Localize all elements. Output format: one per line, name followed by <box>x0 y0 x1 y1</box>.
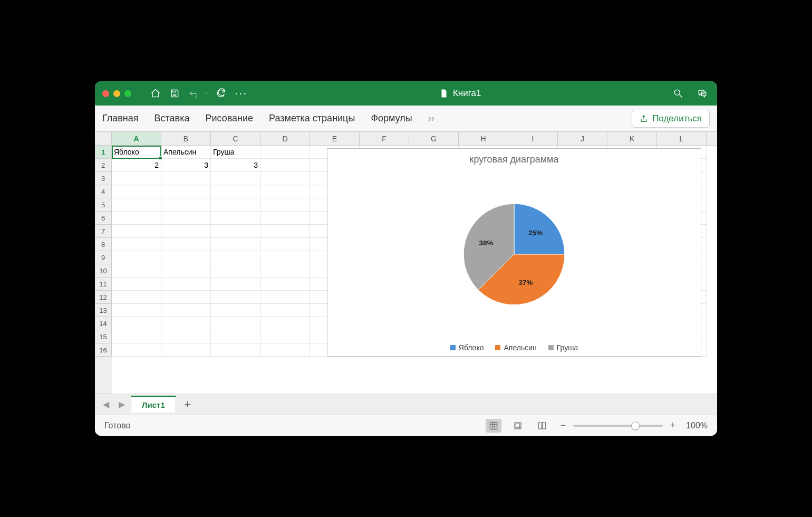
column-header-H[interactable]: H <box>459 132 508 145</box>
save-icon[interactable] <box>167 86 182 101</box>
cell-A3[interactable] <box>112 172 161 185</box>
share-button[interactable]: Поделиться <box>632 110 710 128</box>
zoom-out-button[interactable]: − <box>558 420 568 431</box>
pie-chart[interactable]: круговая диаграмма 25%37%38% ЯблокоАпель… <box>327 148 701 357</box>
row-header-9[interactable]: 9 <box>95 251 112 264</box>
cell-A1[interactable]: Яблоко <box>112 146 161 159</box>
row-header-14[interactable]: 14 <box>95 317 112 330</box>
select-all-corner[interactable] <box>95 132 112 145</box>
cell-B13[interactable] <box>161 304 211 317</box>
cell-C3[interactable] <box>211 172 260 185</box>
cell-C9[interactable] <box>211 251 260 264</box>
column-header-A[interactable]: A <box>112 132 161 145</box>
cell-C5[interactable] <box>211 198 260 212</box>
tab-draw[interactable]: Рисование <box>205 113 253 124</box>
cell-C8[interactable] <box>211 238 260 251</box>
cell-B5[interactable] <box>161 198 211 212</box>
cell-A10[interactable] <box>112 264 161 277</box>
row-header-2[interactable]: 2 <box>95 159 112 172</box>
column-header-I[interactable]: I <box>508 132 558 145</box>
cell-D7[interactable] <box>260 225 310 238</box>
cell-D11[interactable] <box>260 277 310 291</box>
cell-A8[interactable] <box>112 238 161 251</box>
cell-D3[interactable] <box>260 172 310 185</box>
cell-A11[interactable] <box>112 277 161 291</box>
sheet-nav-prev[interactable]: ◀ <box>99 398 113 411</box>
column-header-D[interactable]: D <box>260 132 310 145</box>
view-normal-button[interactable] <box>486 419 501 433</box>
more-tabs-icon[interactable]: ›› <box>428 113 434 124</box>
sheet-tab-active[interactable]: Лист1 <box>131 396 176 413</box>
cell-B1[interactable]: Апельсин <box>161 146 211 159</box>
row-header-1[interactable]: 1 <box>95 146 112 159</box>
row-header-8[interactable]: 8 <box>95 238 112 251</box>
cell-D10[interactable] <box>260 264 310 277</box>
cell-C14[interactable] <box>211 317 260 330</box>
cell-D16[interactable] <box>260 343 310 357</box>
search-icon[interactable] <box>671 86 685 101</box>
row-header-4[interactable]: 4 <box>95 185 112 198</box>
zoom-in-button[interactable]: + <box>668 420 678 431</box>
cell-A4[interactable] <box>112 185 161 198</box>
minimize-window-button[interactable] <box>113 90 120 97</box>
cell-B4[interactable] <box>161 185 211 198</box>
cell-D5[interactable] <box>260 198 310 212</box>
comments-icon[interactable] <box>695 86 710 101</box>
row-header-15[interactable]: 15 <box>95 330 112 343</box>
maximize-window-button[interactable] <box>124 90 131 97</box>
row-header-10[interactable]: 10 <box>95 264 112 277</box>
redo-icon[interactable] <box>214 86 228 101</box>
view-page-layout-button[interactable] <box>510 419 526 433</box>
cell-B2[interactable]: 3 <box>161 159 211 172</box>
cell-A14[interactable] <box>112 317 161 330</box>
cell-C16[interactable] <box>211 343 260 357</box>
close-window-button[interactable] <box>102 90 109 97</box>
cell-B12[interactable] <box>161 291 211 304</box>
more-commands-icon[interactable]: ··· <box>233 87 249 100</box>
row-header-11[interactable]: 11 <box>95 277 112 291</box>
cell-C10[interactable] <box>211 264 260 277</box>
cell-C7[interactable] <box>211 225 260 238</box>
cell-D13[interactable] <box>260 304 310 317</box>
row-header-3[interactable]: 3 <box>95 172 112 185</box>
cell-D15[interactable] <box>260 330 310 343</box>
cell-D14[interactable] <box>260 317 310 330</box>
cell-B3[interactable] <box>161 172 211 185</box>
cell-C1[interactable]: Груша <box>211 146 260 159</box>
undo-dropdown-icon[interactable] <box>202 86 209 101</box>
sheet-nav-next[interactable]: ▶ <box>115 398 129 411</box>
cell-B9[interactable] <box>161 251 211 264</box>
cell-A12[interactable] <box>112 291 161 304</box>
tab-home[interactable]: Главная <box>102 113 139 124</box>
cell-B8[interactable] <box>161 238 211 251</box>
cell-A5[interactable] <box>112 198 161 212</box>
cell-A15[interactable] <box>112 330 161 343</box>
row-header-7[interactable]: 7 <box>95 225 112 238</box>
cell-D9[interactable] <box>260 251 310 264</box>
column-header-E[interactable]: E <box>310 132 360 145</box>
cells-area[interactable]: ЯблокоАпельсинГруша233 круговая диаграмм… <box>112 146 717 394</box>
cell-C13[interactable] <box>211 304 260 317</box>
cell-A16[interactable] <box>112 343 161 357</box>
cell-B15[interactable] <box>161 330 211 343</box>
cell-B16[interactable] <box>161 343 211 357</box>
row-header-16[interactable]: 16 <box>95 343 112 357</box>
cell-C12[interactable] <box>211 291 260 304</box>
cell-D6[interactable] <box>260 212 310 225</box>
column-header-G[interactable]: G <box>409 132 459 145</box>
cell-C15[interactable] <box>211 330 260 343</box>
tab-formulas[interactable]: Формулы <box>371 113 412 124</box>
zoom-thumb[interactable] <box>631 422 640 430</box>
undo-icon[interactable] <box>186 86 201 101</box>
column-header-B[interactable]: B <box>161 132 211 145</box>
cell-A9[interactable] <box>112 251 161 264</box>
cell-C4[interactable] <box>211 185 260 198</box>
cell-D12[interactable] <box>260 291 310 304</box>
cell-D1[interactable] <box>260 146 310 159</box>
cell-D4[interactable] <box>260 185 310 198</box>
cell-B6[interactable] <box>161 212 211 225</box>
row-header-13[interactable]: 13 <box>95 304 112 317</box>
cell-A7[interactable] <box>112 225 161 238</box>
zoom-slider[interactable] <box>573 425 663 427</box>
tab-page-layout[interactable]: Разметка страницы <box>269 113 355 124</box>
